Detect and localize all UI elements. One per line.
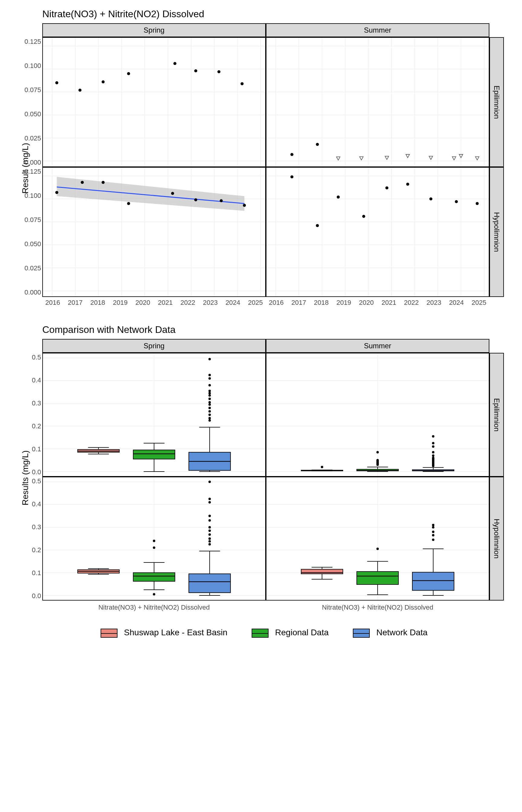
svg-point-254 — [432, 530, 435, 533]
swatch-network — [353, 629, 370, 638]
svg-point-182 — [432, 454, 435, 457]
svg-point-225 — [208, 481, 211, 483]
box-panel-3: Nitrate(NO3) + Nitrite(NO2) Dissolved — [266, 477, 489, 601]
box-svg-2 — [43, 477, 265, 600]
svg-point-99 — [455, 200, 458, 203]
legend-item-regional: Regional Data — [252, 628, 329, 638]
box-panel-0: 0.50.4 0.30.2 0.10.0 — [42, 353, 266, 477]
legend-item-shuswap: Shuswap Lake - East Basin — [101, 628, 227, 638]
svg-marker-47 — [452, 157, 456, 160]
scatter-panel-summer-epi — [266, 37, 489, 167]
svg-point-181 — [432, 457, 435, 459]
svg-point-19 — [127, 72, 130, 75]
svg-point-220 — [208, 526, 211, 528]
scatter-svg-2 — [43, 168, 265, 296]
scatter-svg-0 — [43, 38, 265, 166]
svg-point-138 — [208, 377, 211, 380]
svg-point-73 — [194, 199, 197, 202]
svg-point-127 — [208, 417, 211, 419]
svg-point-184 — [432, 445, 435, 448]
svg-point-22 — [218, 70, 221, 74]
svg-point-215 — [208, 543, 211, 546]
cat-label-l: Nitrate(NO3) + Nitrite(NO2) Dissolved — [43, 604, 265, 611]
legend-item-network: Network Data — [353, 628, 427, 638]
svg-rect-204 — [133, 573, 175, 582]
svg-point-134 — [208, 394, 211, 397]
svg-point-16 — [55, 81, 58, 84]
svg-marker-42 — [337, 157, 340, 160]
bcol-summer: Summer — [266, 339, 489, 353]
row-strip-hypo: Hypolimnion — [489, 167, 504, 297]
svg-marker-44 — [385, 156, 389, 160]
scatter-grid: Result (mg/L) Spring Summer 0.1250.100 0… — [42, 23, 507, 297]
svg-rect-243 — [357, 571, 398, 585]
page: Nitrate(NO3) + Nitrite(NO2) Dissolved Re… — [0, 0, 522, 644]
svg-marker-66 — [57, 177, 244, 211]
brow-hypo: Hypolimnion — [489, 477, 504, 601]
svg-point-216 — [208, 540, 211, 543]
svg-rect-118 — [133, 450, 175, 459]
scatter-panel-spring-hypo: 0.1250.100 0.0750.050 0.0250.000 2016201… — [42, 167, 266, 297]
svg-point-93 — [316, 224, 319, 227]
svg-point-75 — [243, 204, 246, 207]
svg-point-72 — [171, 192, 174, 195]
svg-point-92 — [290, 175, 293, 178]
svg-point-245 — [376, 548, 379, 550]
scatter-panel-spring-epi: 0.1250.100 0.0750.050 0.0250.000 — [42, 37, 266, 167]
col-strip-spring: Spring — [42, 23, 266, 37]
cat-label-r: Nitrate(NO3) + Nitrite(NO2) Dissolved — [266, 604, 489, 611]
svg-point-252 — [432, 539, 435, 541]
legend: Shuswap Lake - East Basin Regional Data … — [3, 628, 522, 638]
svg-point-256 — [432, 524, 435, 526]
svg-point-218 — [208, 533, 211, 535]
svg-point-255 — [432, 526, 435, 528]
svg-point-20 — [174, 62, 176, 65]
box-title: Comparison with Network Data — [42, 324, 522, 335]
svg-point-130 — [208, 407, 211, 409]
svg-point-133 — [208, 398, 211, 400]
svg-marker-46 — [429, 156, 433, 160]
svg-point-224 — [208, 498, 211, 500]
by-ticks-0: 0.50.4 0.30.2 0.10.0 — [15, 353, 41, 476]
scatter-title: Nitrate(NO3) + Nitrite(NO2) Dissolved — [42, 8, 522, 20]
svg-rect-250 — [412, 572, 454, 590]
svg-point-140 — [208, 358, 211, 360]
scatter-svg-1 — [266, 38, 489, 166]
svg-point-185 — [432, 442, 435, 444]
box-panel-2: 0.50.4 0.30.2 0.10.0 Nitrate(NO3) + Nitr… — [42, 477, 266, 601]
svg-point-135 — [208, 392, 211, 394]
svg-point-68 — [55, 191, 58, 194]
svg-point-126 — [208, 419, 211, 422]
box-panel-1 — [266, 353, 489, 477]
x-ticks-l: 20162017 20182019 20202021 20222023 2024… — [43, 299, 265, 307]
svg-marker-43 — [360, 157, 363, 160]
svg-point-69 — [81, 181, 84, 184]
svg-point-74 — [220, 199, 223, 202]
svg-point-71 — [127, 202, 130, 205]
svg-point-95 — [362, 215, 365, 218]
scatter-panel-summer-hypo: 20162017 20182019 20202021 20222023 2024… — [266, 167, 489, 297]
svg-point-206 — [153, 593, 155, 595]
svg-point-139 — [208, 374, 211, 376]
svg-point-40 — [290, 153, 293, 156]
svg-rect-237 — [301, 569, 343, 574]
svg-point-137 — [208, 384, 211, 386]
box-svg-1 — [266, 353, 489, 476]
svg-point-167 — [376, 451, 379, 453]
y-ticks: 0.1250.100 0.0750.050 0.0250.000 — [15, 38, 41, 166]
bcol-spring: Spring — [42, 339, 266, 353]
svg-point-222 — [208, 515, 211, 517]
brow-epi: Epilimnion — [489, 353, 504, 477]
svg-point-217 — [208, 537, 211, 540]
svg-point-100 — [476, 202, 479, 205]
svg-point-223 — [208, 501, 211, 504]
svg-point-166 — [376, 459, 379, 461]
svg-point-98 — [429, 197, 432, 200]
box-grid: Results (mg/L) Spring Summer 0.50.4 0.30… — [42, 339, 507, 601]
svg-point-132 — [208, 401, 211, 404]
svg-point-131 — [208, 403, 211, 406]
row-strip-epi: Epilimnion — [489, 37, 504, 167]
svg-point-94 — [337, 196, 340, 199]
svg-point-21 — [194, 69, 197, 73]
svg-point-154 — [321, 466, 323, 468]
